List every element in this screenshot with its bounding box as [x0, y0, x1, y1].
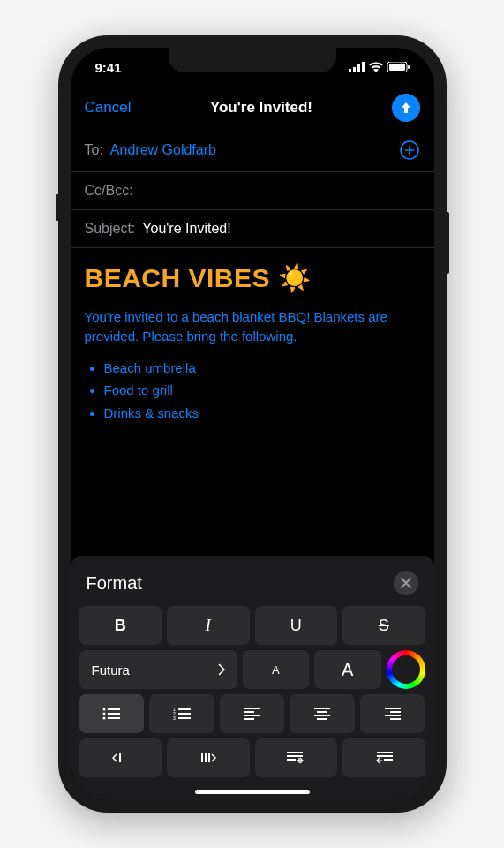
- plus-circle-icon: [400, 140, 419, 160]
- send-button[interactable]: [392, 94, 420, 122]
- svg-rect-41: [384, 759, 393, 761]
- text-direction-ltr-button[interactable]: [255, 738, 338, 777]
- svg-rect-40: [377, 755, 393, 757]
- svg-rect-29: [390, 711, 401, 713]
- svg-point-10: [103, 713, 106, 716]
- list-item: Beach umbrella: [104, 357, 420, 380]
- add-recipient-button[interactable]: [399, 140, 420, 161]
- svg-rect-20: [244, 708, 260, 709]
- font-name: Futura: [92, 662, 130, 678]
- svg-rect-28: [385, 708, 401, 709]
- svg-rect-23: [244, 718, 254, 720]
- svg-rect-13: [108, 717, 120, 719]
- ltr-icon: [287, 752, 305, 764]
- svg-rect-36: [287, 752, 303, 753]
- format-panel: Format B I U S Futura A A: [71, 556, 434, 800]
- svg-rect-38: [287, 759, 296, 761]
- phone-frame: 9:41 Cancel You're Invited! To: Andrew G…: [58, 35, 447, 813]
- font-size-large-button[interactable]: A: [314, 650, 381, 689]
- italic-button[interactable]: I: [167, 606, 250, 645]
- list-item: Drinks & snacks: [104, 402, 420, 425]
- ccbcc-label: Cc/Bcc:: [85, 183, 133, 199]
- svg-rect-24: [314, 708, 330, 709]
- svg-rect-32: [119, 753, 121, 762]
- align-center-button[interactable]: [290, 694, 355, 733]
- text-direction-rtl-button[interactable]: [342, 738, 425, 777]
- align-center-icon: [314, 708, 330, 720]
- svg-text:3: 3: [173, 716, 176, 720]
- svg-rect-33: [201, 753, 203, 762]
- arrow-up-icon: [399, 101, 413, 115]
- bullet-list-button[interactable]: [79, 694, 145, 733]
- to-recipient: Andrew Goldfarb: [110, 142, 216, 158]
- svg-rect-11: [108, 713, 120, 715]
- text-color-button[interactable]: [387, 650, 425, 689]
- svg-rect-17: [178, 713, 191, 715]
- align-right-button[interactable]: [360, 694, 425, 733]
- svg-rect-3: [362, 62, 365, 72]
- status-time: 9:41: [95, 60, 122, 75]
- svg-rect-1: [353, 67, 356, 72]
- format-title: Format: [87, 573, 142, 594]
- svg-point-8: [103, 708, 106, 711]
- ccbcc-field[interactable]: Cc/Bcc:: [71, 172, 434, 210]
- screen: 9:41 Cancel You're Invited! To: Andrew G…: [71, 48, 434, 800]
- bullet-list-icon: [102, 708, 120, 720]
- svg-rect-9: [108, 708, 120, 710]
- rtl-icon: [375, 752, 393, 764]
- subject-field[interactable]: Subject: You're Invited!: [71, 210, 434, 248]
- svg-rect-15: [178, 708, 191, 710]
- close-format-button[interactable]: [394, 571, 418, 595]
- notch: [169, 48, 336, 72]
- svg-rect-6: [408, 65, 410, 69]
- font-size-small-button[interactable]: A: [243, 650, 310, 689]
- list-item: Food to grill: [104, 379, 420, 402]
- numbered-list-button[interactable]: 123: [149, 694, 214, 733]
- svg-rect-26: [314, 715, 330, 716]
- chevron-right-icon: [218, 663, 225, 676]
- compose-header: Cancel You're Invited!: [71, 87, 434, 129]
- svg-rect-27: [317, 718, 327, 720]
- email-body[interactable]: BEACH VIBES ☀️ You're invited to a beach…: [71, 248, 434, 556]
- cellular-icon: [349, 62, 365, 72]
- bold-button[interactable]: B: [79, 606, 162, 645]
- svg-rect-25: [317, 711, 327, 713]
- svg-rect-19: [178, 717, 191, 719]
- align-right-icon: [385, 708, 401, 720]
- svg-rect-39: [377, 752, 393, 753]
- svg-rect-30: [385, 715, 401, 716]
- strikethrough-button[interactable]: S: [342, 606, 425, 645]
- font-picker-button[interactable]: Futura: [79, 650, 237, 689]
- page-title: You're Invited!: [210, 99, 312, 117]
- svg-rect-21: [244, 711, 254, 713]
- subject-value: You're Invited!: [142, 221, 419, 237]
- subject-label: Subject:: [85, 221, 136, 237]
- svg-rect-37: [287, 755, 303, 757]
- align-left-button[interactable]: [220, 694, 285, 733]
- indent-icon: [200, 752, 216, 764]
- outdent-icon: [112, 752, 128, 764]
- svg-rect-0: [349, 69, 351, 72]
- home-indicator[interactable]: [195, 790, 310, 794]
- numbered-list-icon: 123: [173, 708, 191, 720]
- svg-point-12: [103, 717, 106, 720]
- svg-rect-5: [389, 64, 405, 71]
- svg-rect-35: [208, 753, 210, 762]
- svg-rect-31: [390, 718, 401, 720]
- svg-rect-34: [205, 753, 207, 762]
- body-list: Beach umbrella Food to grill Drinks & sn…: [85, 357, 420, 425]
- outdent-button[interactable]: [79, 738, 162, 777]
- svg-rect-2: [357, 64, 360, 72]
- battery-icon: [387, 62, 410, 72]
- body-heading: BEACH VIBES ☀️: [85, 262, 420, 293]
- to-field[interactable]: To: Andrew Goldfarb: [71, 129, 434, 172]
- close-icon: [401, 578, 411, 588]
- wifi-icon: [369, 62, 383, 72]
- underline-button[interactable]: U: [255, 606, 338, 645]
- indent-button[interactable]: [167, 738, 250, 777]
- svg-rect-22: [244, 715, 260, 716]
- body-paragraph: You're invited to a beach blanket BBQ! B…: [85, 307, 420, 346]
- align-left-icon: [244, 708, 260, 720]
- to-label: To:: [85, 142, 103, 158]
- cancel-button[interactable]: Cancel: [85, 99, 132, 117]
